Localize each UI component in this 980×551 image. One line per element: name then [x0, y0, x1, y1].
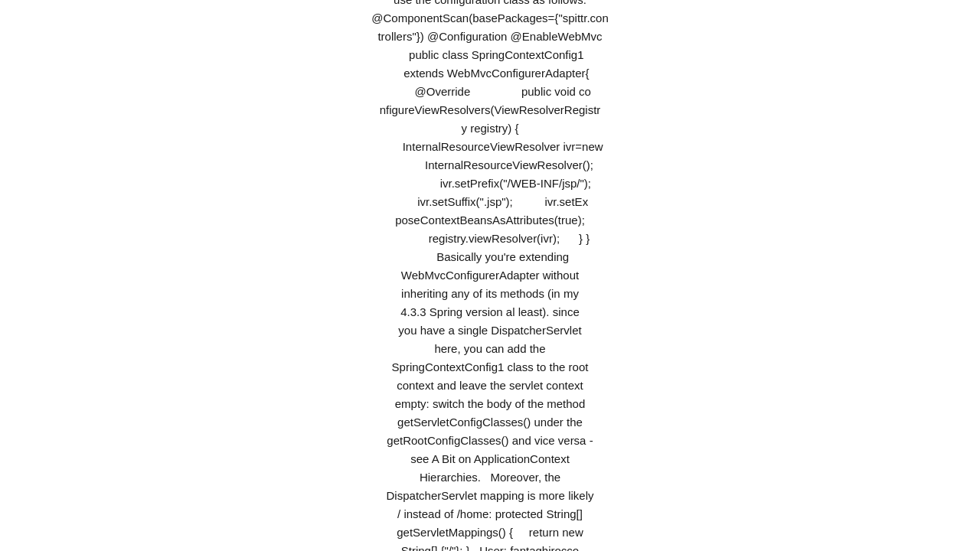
answer-text: use the configuration class as follows: …	[337, 0, 643, 551]
main-content: use the configuration class as follows: …	[337, 0, 643, 551]
